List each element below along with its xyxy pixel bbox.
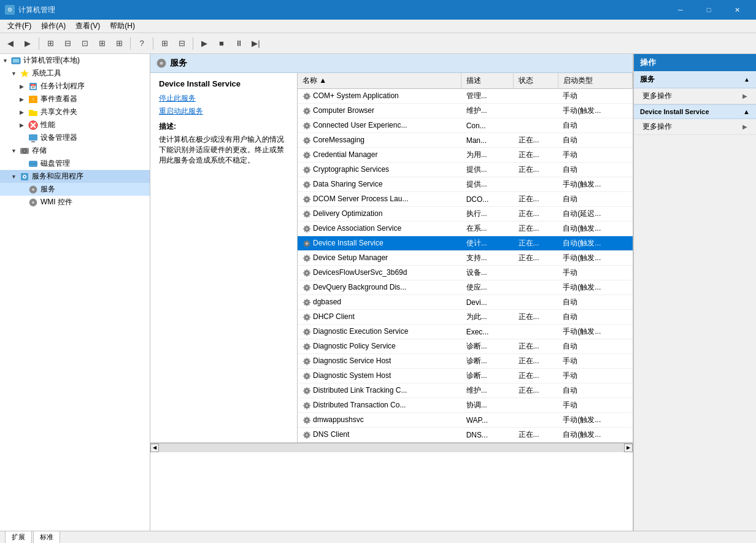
close-button[interactable]: ✕ <box>723 0 751 20</box>
table-row[interactable]: dmwappushsvcWAP...手动(触发... <box>298 413 633 428</box>
scroll-right-btn[interactable]: ▶ <box>624 444 633 452</box>
svg-point-56 <box>306 316 308 318</box>
menu-view[interactable]: 查看(V) <box>71 20 105 33</box>
service-name-cell: Device Setup Manager <box>298 251 461 266</box>
table-row[interactable]: Delivery Optimization执行...正在...自动(延迟... <box>298 207 633 221</box>
table-row[interactable]: Device Setup Manager支持...正在...手动(触发... <box>298 251 633 266</box>
gear-icon <box>303 195 311 204</box>
table-row[interactable]: Diagnostic Policy Service诊断...正在...自动 <box>298 339 633 354</box>
service-name-cell: Credential Manager <box>298 148 461 163</box>
scroll-left-btn[interactable]: ◀ <box>150 444 159 452</box>
tree-item-services[interactable]: 服务 <box>0 183 150 196</box>
table-row[interactable]: dgbasedDevi...自动 <box>298 295 633 310</box>
tree-item-task-scheduler[interactable]: ▶ 📅 任务计划程序 <box>0 80 150 93</box>
menu-help[interactable]: 帮助(H) <box>105 20 140 33</box>
tree-item-root[interactable]: ▼ 计算机管理(本地) <box>0 54 150 67</box>
service-startup-cell: 自动 <box>558 383 632 398</box>
service-status-cell <box>514 325 558 339</box>
stop-button[interactable]: ■ <box>214 36 230 52</box>
play-button[interactable]: ▶ <box>196 36 212 52</box>
col-header-startup[interactable]: 启动类型 <box>558 73 632 89</box>
tree-item-disk-mgmt[interactable]: 磁盘管理 <box>0 157 150 170</box>
gear-icon <box>303 431 311 439</box>
restart-button[interactable]: ▶| <box>248 36 264 52</box>
toolbar-btn-3[interactable]: ⊡ <box>77 36 93 52</box>
tree-item-storage[interactable]: ▼ 存储 <box>0 144 150 157</box>
pause-button[interactable]: ⏸ <box>231 36 247 52</box>
col-header-status[interactable]: 状态 <box>514 73 558 89</box>
toolbar-btn-2[interactable]: ⊟ <box>60 36 75 52</box>
service-status-cell: 正在... <box>514 221 558 236</box>
service-desc-cell: 支持... <box>461 251 514 266</box>
svg-point-60 <box>306 345 308 348</box>
back-button[interactable]: ◀ <box>2 36 18 52</box>
table-row[interactable]: DCOM Server Process Lau...DCO...正在...自动 <box>298 192 633 207</box>
gear-icon <box>303 401 311 410</box>
service-name-cell: Data Sharing Service <box>298 177 461 192</box>
table-row[interactable]: Device Install Service使计...正在...自动(触发... <box>298 236 633 251</box>
menu-file[interactable]: 文件(F) <box>2 20 36 33</box>
table-row[interactable]: Diagnostic System Host诊断...正在...手动 <box>298 369 633 383</box>
tree-item-wmi[interactable]: WMI 控件 <box>0 196 150 209</box>
table-row[interactable]: DevQuery Background Dis...使应...手动(触发... <box>298 280 633 295</box>
service-desc-cell: 维护... <box>461 104 514 118</box>
toolbar-nav-btn-2[interactable]: ⊟ <box>174 36 190 52</box>
table-row[interactable]: DNS ClientDNS...正在...自动(触发... <box>298 428 633 442</box>
stop-service-link[interactable]: 停止此服务 <box>159 93 288 104</box>
table-row[interactable]: Cryptographic Services提供...正在...自动 <box>298 163 633 177</box>
table-row[interactable]: DHCP Client为此...正在...自动 <box>298 310 633 325</box>
table-row[interactable]: Computer Browser维护...手动(触发... <box>298 104 633 118</box>
svg-point-44 <box>306 228 308 230</box>
more-actions-item-1[interactable]: 更多操作 ▶ <box>634 88 756 104</box>
service-desc-cell: 执行... <box>461 207 514 221</box>
more-actions-item-2[interactable]: 更多操作 ▶ <box>634 119 756 135</box>
table-row[interactable]: Connected User Experienc...Con...自动 <box>298 118 633 133</box>
service-desc-cell: 使计... <box>461 236 514 251</box>
tree-item-event-viewer[interactable]: ▶ ! 事件查看器 <box>0 93 150 106</box>
table-row[interactable]: Diagnostic Service Host诊断...正在...手动 <box>298 354 633 369</box>
tree-item-services-apps[interactable]: ▼ 服务和应用程序 <box>0 170 150 183</box>
services-table: 名称 ▲ 描述 状态 启动类型 COM+ System Application管… <box>298 73 633 442</box>
tree-item-device-manager[interactable]: 设备管理器 <box>0 131 150 144</box>
forward-button[interactable]: ▶ <box>20 36 36 52</box>
service-startup-cell: 自动 <box>558 192 632 207</box>
table-row[interactable]: COM+ System Application管理...手动 <box>298 89 633 104</box>
table-row[interactable]: Credential Manager为用...正在...手动 <box>298 148 633 163</box>
table-row[interactable]: Device Association Service在系...正在...自动(触… <box>298 221 633 236</box>
table-row[interactable]: Distributed Link Tracking C...维护...正在...… <box>298 383 633 398</box>
more-actions-arrow-1: ▶ <box>742 93 747 99</box>
toolbar-btn-4[interactable]: ⊞ <box>94 36 110 52</box>
service-name-cell: CoreMessaging <box>298 133 461 148</box>
tree-item-performance[interactable]: ▶ 性能 <box>0 118 150 131</box>
service-name-text: Data Sharing Service <box>313 180 382 188</box>
table-row[interactable]: Data Sharing Service提供...手动(触发... <box>298 177 633 192</box>
tab-expand[interactable]: 扩展 <box>5 531 32 543</box>
service-desc-cell: Devi... <box>461 295 514 310</box>
toolbar-btn-5[interactable]: ⊞ <box>111 36 127 52</box>
svg-point-54 <box>306 301 308 304</box>
minimize-button[interactable]: ─ <box>666 0 695 20</box>
tree-item-system-tools[interactable]: ▼ 系统工具 <box>0 67 150 80</box>
table-row[interactable]: CoreMessagingMan...正在...自动 <box>298 133 633 148</box>
tree-item-shared-folders[interactable]: ▶ 共享文件夹 <box>0 106 150 118</box>
svg-point-24 <box>160 62 163 65</box>
menu-action[interactable]: 操作(A) <box>36 20 71 33</box>
svg-point-18 <box>24 175 26 177</box>
service-startup-cell: 手动 <box>558 148 632 163</box>
gear-icon <box>303 342 311 351</box>
maximize-button[interactable]: □ <box>695 0 723 20</box>
col-header-name[interactable]: 名称 ▲ <box>298 73 461 89</box>
services-table-container[interactable]: 名称 ▲ 描述 状态 启动类型 COM+ System Application管… <box>298 73 633 442</box>
toolbar-help-btn[interactable]: ? <box>134 36 150 52</box>
service-name-text: Delivery Optimization <box>313 209 382 218</box>
service-desc-cell: WAP... <box>461 413 514 428</box>
table-row[interactable]: Diagnostic Execution ServiceExec...手动(触发… <box>298 325 633 339</box>
toolbar-btn-1[interactable]: ⊞ <box>42 36 58 52</box>
toolbar-nav-btn[interactable]: ⊞ <box>156 36 172 52</box>
svg-point-34 <box>306 154 308 156</box>
table-row[interactable]: DevicesFlowUserSvc_3b69d设备...手动 <box>298 266 633 280</box>
col-header-desc[interactable]: 描述 <box>461 73 514 89</box>
table-row[interactable]: Distributed Transaction Co...协调...手动 <box>298 398 633 413</box>
restart-service-link[interactable]: 重启动此服务 <box>159 106 288 117</box>
tab-standard[interactable]: 标准 <box>33 531 60 543</box>
